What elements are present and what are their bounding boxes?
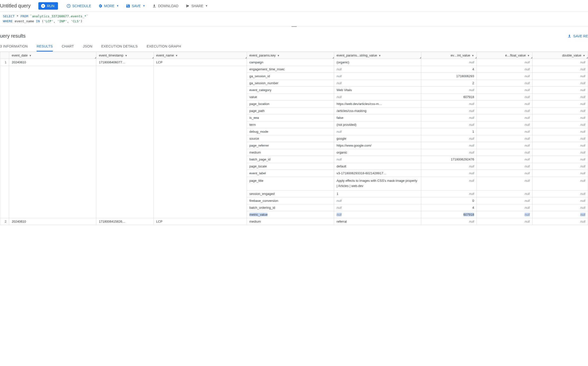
double-value-cell[interactable]: null	[532, 177, 588, 190]
int-value-cell[interactable]: null	[421, 218, 477, 225]
string-value-cell[interactable]: /articles/css-masking	[334, 107, 421, 114]
int-value-cell[interactable]: null	[421, 121, 477, 128]
string-value-cell[interactable]: 1	[334, 190, 421, 197]
int-value-cell[interactable]: 607918	[421, 94, 477, 101]
save-results-button[interactable]: SAVE RE	[567, 34, 588, 38]
float-value-cell[interactable]: null	[477, 73, 532, 80]
double-value-cell[interactable]: null	[532, 121, 588, 128]
float-value-cell[interactable]: null	[477, 59, 532, 66]
tab-results[interactable]: RESULTS	[37, 42, 53, 52]
event-date-cell[interactable]: 20240610	[9, 218, 96, 225]
tab-chart[interactable]: CHART	[62, 42, 74, 52]
string-value-cell[interactable]: null	[334, 94, 421, 101]
string-value-cell[interactable]: https://www.google.com/	[334, 142, 421, 149]
param-key-cell[interactable]: session_engaged	[247, 190, 334, 197]
string-value-cell[interactable]: null	[334, 156, 421, 163]
param-key-cell[interactable]: ga_session_number	[247, 80, 334, 87]
float-value-cell[interactable]: null	[477, 211, 532, 218]
param-key-cell[interactable]: value	[247, 94, 334, 101]
int-value-cell[interactable]: 4	[421, 66, 477, 73]
string-value-cell[interactable]: Apply effects to images with CSS's mask-…	[334, 177, 421, 190]
event-name-cell[interactable]: LCP	[154, 59, 247, 66]
float-value-cell[interactable]: null	[477, 218, 532, 225]
float-value-cell[interactable]: null	[477, 128, 532, 135]
double-value-cell[interactable]: null	[532, 190, 588, 197]
param-key-cell[interactable]: campaign	[247, 59, 334, 66]
int-value-cell[interactable]: null	[421, 190, 477, 197]
save-button[interactable]: SAVE ▼	[123, 2, 148, 10]
param-key-cell[interactable]: batch_ordering_id	[247, 204, 334, 211]
resize-handle[interactable]: ◢	[95, 56, 96, 59]
float-value-cell[interactable]: null	[477, 121, 532, 128]
float-value-cell[interactable]: null	[477, 107, 532, 114]
string-value-cell[interactable]: null	[334, 128, 421, 135]
double-value-cell[interactable]: null	[532, 197, 588, 204]
string-value-cell[interactable]: false	[334, 114, 421, 121]
string-value-cell[interactable]: default	[334, 163, 421, 170]
param-key-cell[interactable]: page_location	[247, 101, 334, 107]
double-value-cell[interactable]: null	[532, 156, 588, 163]
float-value-cell[interactable]: null	[477, 170, 532, 177]
param-key-cell[interactable]: debug_mode	[247, 128, 334, 135]
int-value-cell[interactable]: null	[421, 87, 477, 94]
string-value-cell[interactable]: null	[334, 66, 421, 73]
float-value-cell[interactable]: null	[477, 87, 532, 94]
param-key-cell[interactable]: firebase_conversion	[247, 197, 334, 204]
string-value-cell[interactable]: (organic)	[334, 59, 421, 66]
int-value-cell[interactable]: null	[421, 114, 477, 121]
string-value-cell[interactable]: referral	[334, 218, 421, 225]
param-key-cell[interactable]: ga_session_id	[247, 73, 334, 80]
float-value-cell[interactable]: null	[477, 149, 532, 156]
share-button[interactable]: SHARE ▼	[183, 2, 210, 10]
param-key-cell[interactable]: page_title	[247, 177, 334, 190]
param-key-cell[interactable]: medium	[247, 218, 334, 225]
string-value-cell[interactable]: null	[334, 73, 421, 80]
param-key-cell[interactable]: page_referrer	[247, 142, 334, 149]
resize-handle[interactable]: ◢	[586, 56, 588, 59]
event-date-cell[interactable]: 20240610	[9, 59, 96, 66]
col-string-value[interactable]: event_params...string_value▼◢	[334, 52, 421, 59]
col-double-value[interactable]: double_value▼◢	[532, 52, 588, 59]
double-value-cell[interactable]: null	[532, 135, 588, 142]
resize-handle[interactable]: ◢	[475, 56, 477, 59]
double-value-cell[interactable]: null	[532, 66, 588, 73]
float-value-cell[interactable]: null	[477, 94, 532, 101]
double-value-cell[interactable]: null	[532, 80, 588, 87]
float-value-cell[interactable]: null	[477, 156, 532, 163]
param-key-cell[interactable]: is_eea	[247, 114, 334, 121]
more-button[interactable]: MORE ▼	[96, 2, 121, 10]
tab-3-information[interactable]: 3 INFORMATION	[0, 42, 28, 52]
string-value-cell[interactable]: null	[334, 80, 421, 87]
string-value-cell[interactable]: (not provided)	[334, 121, 421, 128]
double-value-cell[interactable]: null	[532, 107, 588, 114]
col-event-timestamp[interactable]: event_timestamp▼◢	[96, 52, 154, 59]
string-value-cell[interactable]: Web Vitals	[334, 87, 421, 94]
string-value-cell[interactable]: null	[334, 211, 421, 218]
float-value-cell[interactable]: null	[477, 80, 532, 87]
tab-json[interactable]: JSON	[83, 42, 92, 52]
col-event-date[interactable]: event_date▼◢	[9, 52, 96, 59]
resize-handle[interactable]: ━━	[0, 26, 588, 29]
float-value-cell[interactable]: null	[477, 142, 532, 149]
double-value-cell[interactable]: null	[532, 59, 588, 66]
double-value-cell[interactable]: null	[532, 128, 588, 135]
string-value-cell[interactable]: organic	[334, 149, 421, 156]
double-value-cell[interactable]: null	[532, 218, 588, 225]
double-value-cell[interactable]: null	[532, 211, 588, 218]
double-value-cell[interactable]: null	[532, 73, 588, 80]
int-value-cell[interactable]: 607918	[421, 211, 477, 218]
string-value-cell[interactable]: https://web.dev/articles/css-m…	[334, 101, 421, 107]
double-value-cell[interactable]: null	[532, 114, 588, 121]
float-value-cell[interactable]: null	[477, 135, 532, 142]
float-value-cell[interactable]: null	[477, 197, 532, 204]
resize-handle[interactable]: ◢	[245, 56, 247, 59]
int-value-cell[interactable]: null	[421, 149, 477, 156]
int-value-cell[interactable]: null	[421, 170, 477, 177]
string-value-cell[interactable]: null	[334, 197, 421, 204]
col-rownum[interactable]	[0, 52, 9, 59]
tab-execution-graph[interactable]: EXECUTION GRAPH	[147, 42, 181, 52]
double-value-cell[interactable]: null	[532, 94, 588, 101]
event-timestamp-cell[interactable]: 1718006406077…	[96, 59, 154, 66]
rownum-cell[interactable]: 2	[0, 218, 9, 225]
int-value-cell[interactable]: null	[421, 135, 477, 142]
